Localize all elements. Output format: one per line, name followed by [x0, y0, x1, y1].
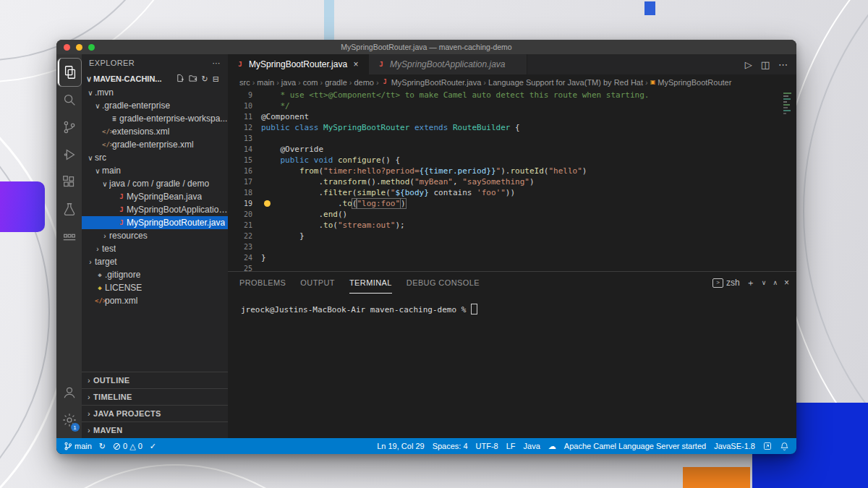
explorer-icon[interactable] [58, 59, 81, 86]
tree-item--gradle-enterprise[interactable]: ∨.gradle-enterprise [82, 99, 228, 112]
collapse-all-button[interactable]: ⊟ [213, 74, 219, 84]
code-editor[interactable]: 9 * use <tt>@Component</tt> to make Came… [228, 90, 796, 271]
line-number[interactable]: 24 [228, 252, 261, 263]
new-terminal-icon[interactable]: ＋ [746, 277, 755, 289]
breadcrumb-item[interactable]: main [257, 78, 274, 87]
editor-more-actions-icon[interactable]: ⋯ [778, 59, 788, 70]
cloud-icon[interactable]: ☁ [548, 442, 556, 451]
split-editor-icon[interactable]: ◫ [761, 59, 770, 70]
breadcrumb-item[interactable]: com [303, 78, 318, 87]
terminal-shell-select[interactable]: > zsh [712, 278, 740, 288]
code-line[interactable]: 9 * use <tt>@Component</tt> to make Came… [228, 90, 796, 100]
minimize-window-button[interactable] [76, 44, 82, 51]
breadcrumb-item[interactable]: demo [354, 78, 374, 87]
code-line[interactable]: 24} [228, 252, 796, 263]
line-number[interactable]: 20 [228, 209, 261, 220]
remote-icon[interactable] [763, 442, 772, 450]
accounts-icon[interactable] [59, 379, 80, 406]
zoom-window-button[interactable] [88, 44, 95, 51]
line-number[interactable]: 16 [228, 166, 261, 176]
breadcrumb-item[interactable]: JMySpringBootRouter.java [381, 78, 482, 87]
panel-tab-problems[interactable]: PROBLEMS [239, 272, 286, 294]
status-cursor-position[interactable]: Ln 19, Col 29 [377, 442, 424, 450]
explorer-more-actions-icon[interactable]: ⋯ [213, 59, 221, 68]
code-line[interactable]: 21 .to("stream:out"); [228, 220, 796, 231]
breadcrumb-item[interactable]: Language Support for Java(TM) by Red Hat [488, 78, 643, 87]
tree-item-gradle-enterprise-xml[interactable]: </>gradle-enterprise.xml [82, 138, 228, 151]
lightbulb-icon[interactable] [264, 200, 271, 207]
status-eol[interactable]: LF [506, 442, 516, 450]
checks-indicator[interactable]: ✓ [150, 442, 156, 451]
tree-item-target[interactable]: ›target [82, 255, 228, 268]
tree-item-gradle-enterprise-workspa-[interactable]: ≣gradle-enterprise-workspa... [82, 112, 228, 125]
source-control-icon[interactable] [59, 114, 80, 141]
close-window-button[interactable] [64, 44, 70, 51]
code-line[interactable]: 14 @Override [228, 144, 796, 155]
breadcrumb-item[interactable]: src [239, 78, 250, 87]
tree-item-pom-xml[interactable]: </>pom.xml [82, 294, 228, 307]
section-timeline[interactable]: ›TIMELINE [82, 388, 228, 405]
line-number[interactable]: 23 [228, 241, 261, 252]
tree-item-test[interactable]: ›test [82, 242, 228, 255]
breadcrumb-item[interactable]: java [281, 78, 296, 87]
tree-item-myspringbean-java[interactable]: JMySpringBean.java [82, 190, 228, 203]
search-icon[interactable] [59, 86, 80, 114]
minimap[interactable] [783, 91, 794, 127]
window-titlebar[interactable]: MySpringBootRouter.java — maven-caching-… [56, 40, 796, 54]
breadcrumb-item[interactable]: gradle [325, 78, 347, 87]
terminal-content[interactable]: jreock@Justins-MacBook-Air maven-caching… [228, 294, 796, 438]
workspace-header[interactable]: ∨ MAVEN-CACHIN... ↻ ⊟ [82, 72, 228, 86]
code-line[interactable]: 25 [228, 263, 796, 271]
terminal-dropdown-icon[interactable]: ∨ [762, 279, 767, 286]
panel-tab-terminal[interactable]: TERMINAL [349, 272, 392, 294]
status-language-mode[interactable]: Java [524, 442, 540, 450]
tree-item-src[interactable]: ∨src [82, 151, 228, 164]
close-tab-icon[interactable]: × [351, 59, 361, 69]
panel-tab-output[interactable]: OUTPUT [300, 272, 335, 294]
status-camel-status[interactable]: Apache Camel Language Server started [564, 442, 706, 450]
refresh-button[interactable]: ↻ [202, 74, 208, 84]
line-number[interactable]: 21 [228, 220, 261, 231]
code-line[interactable]: 12public class MySpringBootRouter extend… [228, 122, 796, 133]
notifications-icon[interactable] [780, 442, 789, 451]
section-maven[interactable]: ›MAVEN [82, 421, 228, 438]
branch-indicator[interactable]: main [64, 442, 92, 450]
close-panel-icon[interactable]: × [784, 278, 789, 288]
line-number[interactable]: 18 [228, 187, 261, 198]
line-number[interactable]: 19 [228, 198, 261, 209]
line-number[interactable]: 22 [228, 231, 261, 241]
extensions-icon[interactable] [59, 168, 80, 196]
problems-indicator[interactable]: 0 △ 0 [113, 442, 142, 451]
code-line[interactable]: 19 .to("log:foo") [228, 198, 796, 209]
code-line[interactable]: 10 */ [228, 100, 796, 111]
code-line[interactable]: 20 .end() [228, 209, 796, 220]
section-java-projects[interactable]: ›JAVA PROJECTS [82, 405, 228, 421]
tree-item-resources[interactable]: ›resources [82, 229, 228, 242]
section-outline[interactable]: ›OUTLINE [82, 372, 228, 388]
line-number[interactable]: 25 [228, 263, 261, 271]
code-line[interactable]: 22 } [228, 231, 796, 241]
tree-item--gitignore[interactable]: ◆.gitignore [82, 268, 228, 281]
line-number[interactable]: 14 [228, 144, 261, 155]
line-number[interactable]: 10 [228, 100, 261, 111]
line-number[interactable]: 12 [228, 122, 261, 133]
status-encoding[interactable]: UTF-8 [476, 442, 498, 450]
breadcrumb-item[interactable]: ▣MySpringBootRouter [650, 78, 732, 87]
new-folder-button[interactable] [189, 74, 197, 84]
sync-button[interactable]: ↻ [99, 442, 106, 451]
line-number[interactable]: 17 [228, 176, 261, 187]
code-line[interactable]: 11@Component [228, 111, 796, 122]
line-number[interactable]: 9 [228, 90, 261, 100]
tree-item-myspringbootapplication-[interactable]: JMySpringBootApplication.... [82, 203, 228, 216]
run-file-icon[interactable]: ▷ [745, 59, 752, 70]
tree-item-extensions-xml[interactable]: </>extensions.xml [82, 125, 228, 138]
code-line[interactable]: 15 public void configure() { [228, 155, 796, 166]
status-java-version[interactable]: JavaSE-1.8 [714, 442, 755, 450]
line-number[interactable]: 13 [228, 133, 261, 144]
tree-item--mvn[interactable]: ∨.mvn [82, 86, 228, 99]
line-number[interactable]: 15 [228, 155, 261, 166]
maximize-panel-icon[interactable]: ∧ [773, 279, 778, 286]
tree-item-java-com-gradle-demo[interactable]: ∨java / com / gradle / demo [82, 177, 228, 190]
new-file-button[interactable] [176, 74, 184, 84]
tree-item-license[interactable]: ◆LICENSE [82, 281, 228, 294]
